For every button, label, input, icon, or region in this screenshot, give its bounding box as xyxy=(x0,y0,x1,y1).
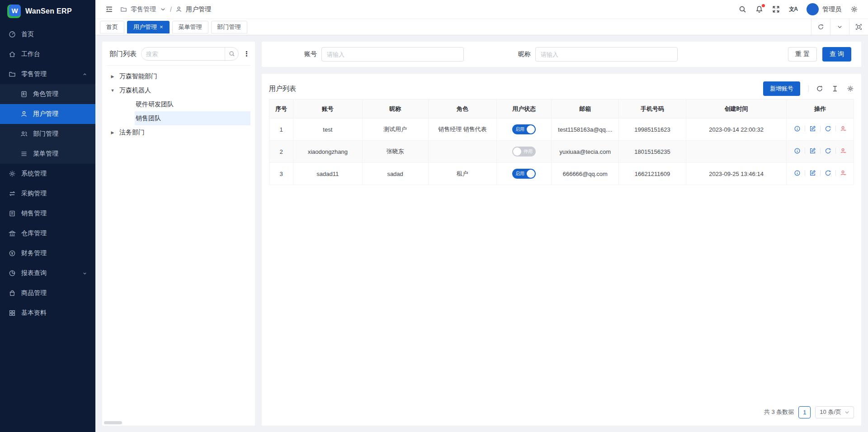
sidebar-item-dept-mgmt[interactable]: 部门管理 xyxy=(0,124,95,144)
tree-node-label: 销售团队 xyxy=(135,111,250,125)
toggle-knob xyxy=(513,147,521,156)
info-icon[interactable] xyxy=(794,170,801,176)
kebab-menu-icon[interactable] xyxy=(243,50,250,58)
column-settings-gear-icon[interactable] xyxy=(847,85,854,92)
sidebar-item-menu-mgmt[interactable]: 菜单管理 xyxy=(0,144,95,164)
filter-bar: 账号 昵称 重 置 查 询 xyxy=(262,42,861,67)
search-icon[interactable] xyxy=(739,5,746,13)
status-toggle-off[interactable]: 停用 xyxy=(512,147,536,157)
menu-lines-icon xyxy=(20,150,28,158)
collapse-sidebar-icon[interactable] xyxy=(105,5,113,13)
edit-icon[interactable] xyxy=(809,147,816,154)
main-area: 零售管理 / 用户管理 文A 管理员 xyxy=(95,0,868,432)
user-icon xyxy=(20,110,28,118)
refresh-icon[interactable] xyxy=(816,85,823,92)
chevron-down-icon[interactable] xyxy=(830,19,849,35)
role-card-icon xyxy=(20,90,28,98)
sidebar-item-role-mgmt[interactable]: 角色管理 xyxy=(0,84,95,104)
pie-chart-icon xyxy=(8,270,16,277)
sidebar-item-warehouse-mgmt[interactable]: 仓库管理 xyxy=(0,223,95,243)
refresh-icon[interactable] xyxy=(811,19,830,35)
tree-node-label: 万森机器人 xyxy=(118,83,250,97)
tab-dept-mgmt[interactable]: 部门管理 xyxy=(211,21,247,33)
account-input[interactable] xyxy=(321,47,464,62)
fullscreen-icon[interactable] xyxy=(772,5,780,13)
department-panel: 部门列表 万森智能部门 万森机器人 xyxy=(102,42,255,426)
remove-user-icon[interactable] xyxy=(840,147,847,154)
table-row: 1 test 测试用户 销售经理 销售代表 启用 test1158163a@qq… xyxy=(269,119,854,141)
tree-collapsed-arrow-icon[interactable] xyxy=(107,74,118,79)
user-menu[interactable]: 管理员 xyxy=(807,3,841,15)
tree-expanded-arrow-icon[interactable] xyxy=(107,88,118,93)
sidebar-item-home[interactable]: 首页 xyxy=(0,24,95,44)
cell-nickname: sadad xyxy=(362,163,428,185)
remove-user-icon[interactable] xyxy=(840,125,847,132)
cell-created: 2023-09-25 13:46:14 xyxy=(686,163,786,185)
logo: W WanSen ERP xyxy=(0,0,95,23)
sidebar-item-system-mgmt[interactable]: 系统管理 xyxy=(0,164,95,184)
workbench-icon xyxy=(8,51,16,58)
right-column: 账号 昵称 重 置 查 询 用户列表 新增账号 xyxy=(262,42,861,426)
sidebar-item-finance-mgmt[interactable]: 财务管理 xyxy=(0,243,95,263)
remove-user-icon[interactable] xyxy=(840,170,847,176)
tab-home[interactable]: 首页 xyxy=(100,21,124,33)
toolbar-divider xyxy=(808,85,809,92)
breadcrumb-parent[interactable]: 零售管理 xyxy=(131,5,156,14)
page-number-button[interactable]: 1 xyxy=(798,406,811,418)
sidebar-item-workbench[interactable]: 工作台 xyxy=(0,44,95,64)
chevron-down-icon[interactable] xyxy=(160,6,166,13)
sidebar-item-sales-mgmt[interactable]: 销售管理 xyxy=(0,204,95,223)
cell-created: 2023-09-14 22:00:32 xyxy=(686,119,786,141)
app-window: W WanSen ERP 首页 工作台 零售管理 角色管理 xyxy=(0,0,868,432)
tab-user-mgmt[interactable]: 用户管理 xyxy=(127,21,170,33)
settings-gear-icon[interactable] xyxy=(850,5,858,13)
edit-icon[interactable] xyxy=(809,170,816,176)
tree-node[interactable]: 硬件研发团队 xyxy=(107,97,250,111)
reset-password-icon[interactable] xyxy=(825,125,831,132)
reset-password-icon[interactable] xyxy=(825,170,831,176)
col-header-created: 创建时间 xyxy=(686,100,786,119)
sidebar-item-goods-mgmt[interactable]: 商品管理 xyxy=(0,283,95,303)
department-panel-header: 部门列表 xyxy=(107,46,250,66)
sidebar-item-retail[interactable]: 零售管理 xyxy=(0,64,95,84)
user-name: 管理员 xyxy=(822,5,841,14)
reset-password-icon[interactable] xyxy=(825,147,831,154)
action-divider xyxy=(805,126,805,132)
edit-icon[interactable] xyxy=(809,125,816,132)
query-button[interactable]: 查 询 xyxy=(822,47,851,62)
sidebar-item-basic-data[interactable]: 基本资料 xyxy=(0,303,95,323)
notifications-bell-icon[interactable] xyxy=(755,5,763,13)
cell-email: test1158163a@qq.... xyxy=(552,119,619,141)
action-divider xyxy=(805,148,805,154)
status-toggle-on[interactable]: 启用 xyxy=(512,124,536,134)
sidebar-menu: 首页 工作台 零售管理 角色管理 用户管理 xyxy=(0,23,95,432)
page-size-select[interactable]: 10 条/页 xyxy=(815,406,854,418)
sidebar-item-report-query[interactable]: 报表查询 xyxy=(0,263,95,283)
translate-icon[interactable]: 文A xyxy=(789,5,797,13)
sidebar-item-purchase-mgmt[interactable]: 采购管理 xyxy=(0,184,95,204)
tree-node[interactable]: 万森智能部门 xyxy=(107,69,250,83)
bank-icon xyxy=(8,230,16,237)
horizontal-scrollbar[interactable] xyxy=(104,421,122,424)
maximize-icon[interactable] xyxy=(849,19,868,35)
row-height-icon[interactable] xyxy=(831,85,839,92)
sidebar-item-user-mgmt[interactable]: 用户管理 xyxy=(0,104,95,124)
status-toggle-on[interactable]: 启用 xyxy=(512,169,536,179)
user-icon xyxy=(175,6,182,13)
tab-menu-mgmt[interactable]: 菜单管理 xyxy=(172,21,208,33)
tree-collapsed-arrow-icon[interactable] xyxy=(107,130,118,135)
close-icon[interactable] xyxy=(160,24,163,30)
department-search-input[interactable] xyxy=(142,51,225,57)
tree-node-selected[interactable]: 销售团队 xyxy=(107,111,250,125)
add-account-button[interactable]: 新增账号 xyxy=(763,81,800,96)
nickname-input[interactable] xyxy=(535,47,678,62)
info-icon[interactable] xyxy=(794,147,801,154)
cell-account: sadad11 xyxy=(293,163,363,185)
reset-button[interactable]: 重 置 xyxy=(788,47,817,62)
cell-actions xyxy=(787,119,854,141)
tree-node[interactable]: 法务部门 xyxy=(107,125,250,139)
content: 部门列表 万森智能部门 万森机器人 xyxy=(95,35,868,432)
tree-node[interactable]: 万森机器人 xyxy=(107,83,250,97)
search-icon[interactable] xyxy=(225,47,238,60)
info-icon[interactable] xyxy=(794,125,801,132)
